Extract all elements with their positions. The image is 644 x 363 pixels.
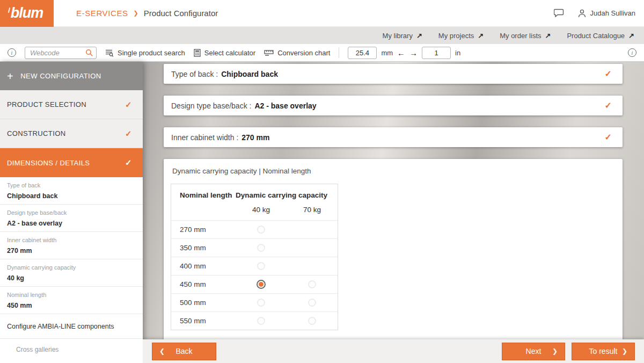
detail-label: Type of back xyxy=(7,182,134,188)
configure-ambia-line-link[interactable]: Configure AMBIA-LINE components xyxy=(0,314,143,339)
user-icon xyxy=(578,9,586,18)
sidebar-detail-dynamic-carrying-capacity[interactable]: Dynamic carrying capacity 40 kg xyxy=(0,259,143,287)
summary-card-type-of-back[interactable]: Type of back : Chipboard back ✓ xyxy=(164,64,623,84)
page-title: Product Configurator xyxy=(144,9,218,18)
capacity-card-title: Dynamic carrying capacity | Nominal leng… xyxy=(171,167,612,175)
link-my-order-lists[interactable]: My order lists ↗ xyxy=(500,32,551,40)
blum-logo-text: blum xyxy=(11,5,43,21)
product-configurator-app: blum E-SERVICES ❯ Product Configurator J… xyxy=(0,0,644,363)
new-configuration-label: NEW CONFIGURATION xyxy=(20,72,101,80)
blum-logo-mark xyxy=(8,7,10,12)
list-search-icon xyxy=(105,49,114,57)
conversion-chart-button[interactable]: Conversion chart xyxy=(264,49,330,57)
info-icon[interactable]: i xyxy=(8,48,16,57)
calculator-icon xyxy=(194,49,201,57)
plus-icon: + xyxy=(7,71,13,82)
external-link-icon: ↗ xyxy=(545,32,551,40)
detail-label: Design type base/back xyxy=(7,209,134,216)
arrow-left-icon[interactable]: ← xyxy=(397,49,405,57)
radio-500mm-40kg[interactable] xyxy=(257,299,265,307)
card-value: A2 - base overlay xyxy=(254,101,316,110)
sidebar-detail-inner-cabinet-width[interactable]: Inner cabinet width 270 mm xyxy=(0,232,143,259)
table-row-500mm: 500 mm xyxy=(171,293,338,311)
sidebar-step-construction[interactable]: CONSTRUCTION ✓ xyxy=(0,119,143,148)
link-product-catalogue[interactable]: Product Catalogue ↗ xyxy=(567,32,634,40)
to-result-button-label: To result xyxy=(589,347,618,355)
footer-bar: ❮ Back Next ❯ To result ❯ xyxy=(143,339,644,363)
back-button[interactable]: ❮ Back xyxy=(152,343,216,360)
link-my-library-label: My library xyxy=(383,32,413,40)
column-header-40kg: 40 kg xyxy=(236,206,287,214)
card-label: Inner cabinet width : xyxy=(171,133,238,142)
table-row-550mm: 550 mm xyxy=(171,311,338,330)
chevron-right-icon: ❯ xyxy=(552,347,558,355)
chevron-left-icon: ❮ xyxy=(159,347,165,355)
new-configuration-button[interactable]: + NEW CONFIGURATION xyxy=(0,62,143,90)
check-icon: ✓ xyxy=(125,158,132,168)
row-label: 450 mm xyxy=(171,280,236,288)
card-label: Design type base/back : xyxy=(171,101,251,110)
mm-unit-label: mm xyxy=(381,49,393,57)
link-my-order-lists-label: My order lists xyxy=(500,32,541,40)
mm-input[interactable] xyxy=(348,47,377,59)
sidebar-detail-nominal-length[interactable]: Nominal length 450 mm xyxy=(0,287,143,314)
row-label: 550 mm xyxy=(171,317,236,325)
single-product-search-button[interactable]: Single product search xyxy=(105,49,185,57)
in-input[interactable] xyxy=(422,47,451,59)
blum-logo[interactable]: blum xyxy=(0,0,54,27)
detail-value: A2 - base overlay xyxy=(7,220,134,227)
search-icon[interactable] xyxy=(85,49,93,57)
external-link-icon: ↗ xyxy=(416,32,422,40)
cross-galleries-link[interactable]: Cross galleries xyxy=(0,339,143,360)
radio-500mm-70kg[interactable] xyxy=(308,299,316,307)
body: + NEW CONFIGURATION PRODUCT SELECTION ✓ … xyxy=(0,62,644,363)
in-unit-label: in xyxy=(455,49,460,57)
sidebar: + NEW CONFIGURATION PRODUCT SELECTION ✓ … xyxy=(0,62,143,363)
sidebar-step-product-selection[interactable]: PRODUCT SELECTION ✓ xyxy=(0,90,143,119)
breadcrumb: E-SERVICES ❯ Product Configurator xyxy=(76,9,218,18)
summary-card-design-type[interactable]: Design type base/back : A2 - base overla… xyxy=(164,96,623,115)
summary-card-inner-cabinet-width[interactable]: Inner cabinet width : 270 mm ✓ xyxy=(164,127,623,147)
arrow-right-icon[interactable]: → xyxy=(409,49,418,57)
row-label: 270 mm xyxy=(171,226,236,234)
row-label: 350 mm xyxy=(171,244,236,252)
detail-label: Dynamic carrying capacity xyxy=(7,264,134,271)
radio-350mm-40kg[interactable] xyxy=(257,244,265,252)
chevron-right-icon: ❯ xyxy=(622,347,627,355)
ruler-icon xyxy=(264,49,274,56)
breadcrumb-eservices[interactable]: E-SERVICES xyxy=(76,9,128,18)
radio-550mm-40kg[interactable] xyxy=(257,317,265,325)
chat-icon[interactable] xyxy=(554,9,564,18)
toolbar: i Single product search Select calculato… xyxy=(0,44,644,62)
app-header: blum E-SERVICES ❯ Product Configurator J… xyxy=(0,0,644,27)
next-button[interactable]: Next ❯ xyxy=(502,343,565,360)
user-menu[interactable]: Judah Sullivan xyxy=(578,9,635,18)
link-my-projects[interactable]: My projects ↗ xyxy=(438,32,484,40)
radio-450mm-70kg[interactable] xyxy=(308,280,316,288)
capacity-table-subheader: 40 kg 70 kg xyxy=(171,200,338,220)
mm-in-converter: mm ← → in xyxy=(348,47,460,59)
detail-value: 270 mm xyxy=(7,247,134,255)
table-row-450mm: 450 mm xyxy=(171,275,338,293)
radio-270mm-40kg[interactable] xyxy=(257,226,265,234)
radio-450mm-40kg-selected[interactable] xyxy=(257,280,266,289)
link-my-library[interactable]: My library ↗ xyxy=(383,32,422,40)
select-calculator-label: Select calculator xyxy=(204,49,255,57)
sidebar-detail-design-type[interactable]: Design type base/back A2 - base overlay xyxy=(0,205,143,232)
link-product-catalogue-label: Product Catalogue xyxy=(567,32,625,40)
capacity-selection-card: Dynamic carrying capacity | Nominal leng… xyxy=(164,159,623,353)
single-product-search-label: Single product search xyxy=(118,49,185,57)
sidebar-detail-type-of-back[interactable]: Type of back Chipboard back xyxy=(0,177,143,205)
sidebar-step-dimensions-details[interactable]: DIMENSIONS / DETAILS ✓ xyxy=(0,148,143,177)
conversion-chart-label: Conversion chart xyxy=(277,49,330,57)
chevron-right-icon: ❯ xyxy=(134,10,138,17)
column-header-capacity: Dynamic carrying capacity xyxy=(236,191,338,199)
back-button-label: Back xyxy=(175,347,192,355)
to-result-button[interactable]: To result ❯ xyxy=(572,343,635,360)
info-icon-right[interactable]: i xyxy=(628,48,636,57)
radio-400mm-40kg[interactable] xyxy=(257,262,265,270)
radio-550mm-70kg[interactable] xyxy=(308,317,316,325)
toolbar-divider xyxy=(339,47,339,58)
select-calculator-button[interactable]: Select calculator xyxy=(194,49,255,57)
webcode-search xyxy=(25,47,97,59)
